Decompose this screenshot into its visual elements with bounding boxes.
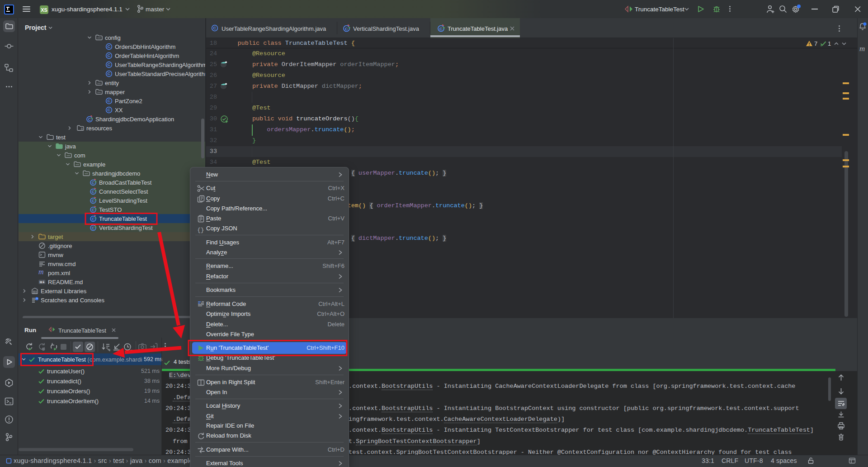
svg-text:C: C bbox=[92, 190, 95, 194]
svg-text:M: M bbox=[39, 280, 42, 284]
svg-text:C: C bbox=[439, 26, 443, 31]
svg-text:C: C bbox=[213, 25, 217, 30]
svg-text:C: C bbox=[108, 71, 111, 76]
svg-text:C: C bbox=[108, 107, 111, 112]
svg-text:C: C bbox=[92, 199, 95, 203]
svg-text:C: C bbox=[88, 117, 91, 122]
svg-text:C: C bbox=[92, 217, 95, 221]
svg-text:C: C bbox=[108, 98, 111, 103]
svg-text:C: C bbox=[92, 226, 95, 230]
svg-text:C: C bbox=[92, 181, 95, 185]
svg-text:C: C bbox=[108, 53, 111, 58]
svg-text:C: C bbox=[92, 208, 95, 212]
svg-text:C: C bbox=[345, 26, 348, 31]
svg-text:C: C bbox=[108, 62, 111, 67]
svg-text:C: C bbox=[108, 44, 111, 49]
